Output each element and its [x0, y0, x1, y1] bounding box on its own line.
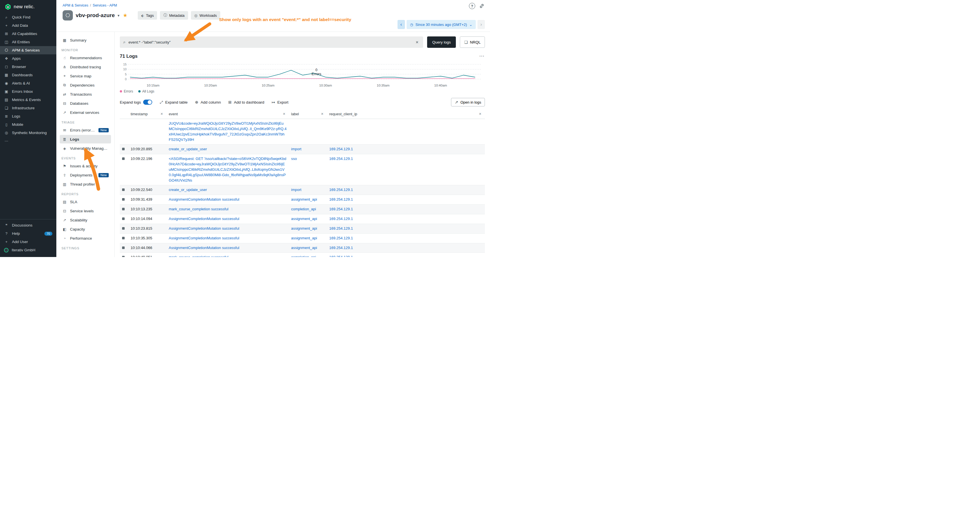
- row-select-icon[interactable]: [122, 208, 125, 210]
- event-link[interactable]: mark_course_completion successful: [169, 207, 229, 211]
- subnav-item-transactions[interactable]: ⇄Transactions: [60, 90, 111, 99]
- ip-link[interactable]: 169.254.129.1: [329, 255, 353, 257]
- time-back-icon[interactable]: ‹: [398, 20, 405, 29]
- row-select-icon[interactable]: [122, 158, 125, 160]
- event-link[interactable]: AssignmentCompletionMutation successful: [169, 246, 239, 250]
- ip-link[interactable]: 169.254.129.1: [329, 156, 353, 161]
- label-link[interactable]: completion_api: [291, 255, 316, 257]
- sidebar-item-mobile[interactable]: ▯Mobile: [0, 120, 56, 129]
- remove-column-icon[interactable]: ✕: [478, 111, 483, 116]
- sidebar-item-all-entities[interactable]: ◫All Entities: [0, 38, 56, 46]
- table-row[interactable]: 10:09:31.439AssignmentCompletionMutation…: [120, 195, 485, 205]
- sidebar-item-dashboards[interactable]: ▦Dashboards: [0, 71, 56, 79]
- subnav-item-service-map[interactable]: ⌖Service map: [60, 72, 111, 80]
- subnav-item-summary[interactable]: ▦Summary: [60, 36, 111, 45]
- table-row[interactable]: 10:10:44.066AssignmentCompletionMutation…: [120, 243, 485, 253]
- logs-chart[interactable]: 05101510:15am10:20am10:25am10:30am10:35a…: [120, 62, 485, 88]
- sidebar-item-alerts-ai[interactable]: ◉Alerts & AI: [0, 79, 56, 88]
- label-link[interactable]: import: [291, 188, 301, 192]
- nrql-button[interactable]: ❏ NRQL: [460, 37, 485, 48]
- event-link[interactable]: AssignmentCompletionMutation successful: [169, 226, 239, 231]
- pill-metadata[interactable]: ⓘMetadata: [160, 11, 188, 20]
- subnav-item-databases[interactable]: ⊟Databases: [60, 99, 111, 108]
- remove-column-icon[interactable]: ✕: [159, 111, 164, 116]
- row-select-icon[interactable]: [122, 247, 125, 249]
- help-icon[interactable]: ?: [469, 3, 475, 9]
- sidebar-item-add-user[interactable]: +Add User: [0, 238, 56, 246]
- row-select-icon[interactable]: [122, 198, 125, 201]
- subnav-item-capacity[interactable]: ◧Capacity: [60, 225, 111, 233]
- export-button[interactable]: ↦ Export: [272, 100, 288, 105]
- subnav-item-scalability[interactable]: ↗Scalability: [60, 216, 111, 224]
- label-link[interactable]: assignment_api: [291, 216, 317, 221]
- expand-logs-toggle[interactable]: Expand logs: [120, 100, 152, 105]
- sidebar-item-iterativ-gmbh[interactable]: Iterativ GmbH: [0, 246, 56, 254]
- row-select-icon[interactable]: [122, 237, 125, 239]
- ip-link[interactable]: 169.254.129.1: [329, 226, 353, 231]
- sidebar-item-quick-find[interactable]: ⌕Quick Find: [0, 13, 56, 21]
- event-link[interactable]: AssignmentCompletionMutation successful: [169, 216, 239, 221]
- subnav-item-vulnerability-management[interactable]: ◈Vulnerability Management: [60, 144, 111, 153]
- entity-caret-down-icon[interactable]: ▾: [118, 13, 119, 18]
- row-select-icon[interactable]: [122, 188, 125, 191]
- subnav-item-dependencies[interactable]: ⧉Dependencies: [60, 81, 111, 89]
- search-query-text[interactable]: event:* -"label":"security": [128, 40, 412, 45]
- sidebar-item-discussions[interactable]: ❝Discussions: [0, 221, 56, 229]
- sidebar-item-metrics-events[interactable]: ▤Metrics & Events: [0, 95, 56, 104]
- legend-all-logs[interactable]: All Logs: [138, 89, 154, 93]
- label-link[interactable]: sso: [291, 156, 297, 161]
- sidebar-item-apm-services[interactable]: ⎔APM & Services: [0, 46, 56, 54]
- time-picker[interactable]: ◷ Since 30 minutes ago (GMT+2) ⌄: [407, 20, 476, 29]
- row-select-icon[interactable]: [122, 256, 125, 257]
- ip-link[interactable]: 169.254.129.1: [329, 246, 353, 250]
- sidebar-item-all-capabilities[interactable]: ⊞All Capabilities: [0, 30, 56, 38]
- expand-table-button[interactable]: ⤢ Expand table: [160, 100, 188, 105]
- label-link[interactable]: assignment_api: [291, 236, 317, 240]
- ip-link[interactable]: 169.254.129.1: [329, 188, 353, 192]
- event-link[interactable]: <ASGIRequest: GET '/sso/callback/?state=…: [169, 156, 286, 182]
- ip-link[interactable]: 169.254.129.1: [329, 147, 353, 151]
- logs-search-input[interactable]: ⌕ event:* -"label":"security" ✕: [120, 37, 423, 48]
- subnav-item-sla[interactable]: ▤SLA: [60, 197, 111, 206]
- label-link[interactable]: completion_api: [291, 207, 316, 211]
- sidebar-item-help[interactable]: ?Help70: [0, 229, 56, 238]
- subnav-item-thread-profiler[interactable]: ▥Thread profiler: [60, 180, 111, 188]
- sidebar-item-logs[interactable]: ≣Logs: [0, 112, 56, 120]
- query-logs-button[interactable]: Query logs: [427, 37, 456, 48]
- table-row[interactable]: JUQVU&code=eyJraWQiOiJjcGltY29yZV8wOTl1M…: [120, 119, 485, 145]
- sidebar-item-infrastructure[interactable]: ❏Infrastructure: [0, 104, 56, 112]
- sidebar-item-errors-inbox[interactable]: ▣Errors Inbox: [0, 88, 56, 95]
- table-row[interactable]: 10:10:13.235mark_course_completion succe…: [120, 205, 485, 214]
- pill-workloads[interactable]: ◎Workloads: [191, 11, 221, 20]
- subnav-item-recommendations[interactable]: ☝Recommendations: [60, 54, 111, 62]
- table-row[interactable]: 10:09:20.895create_or_update_userimport1…: [120, 145, 485, 154]
- legend-errors[interactable]: Errors: [120, 89, 133, 93]
- breadcrumb-apm-services[interactable]: APM & Services: [63, 3, 88, 7]
- event-link[interactable]: AssignmentCompletionMutation successful: [169, 236, 239, 240]
- subnav-item-service-levels[interactable]: ⊡Service levels: [60, 207, 111, 215]
- row-select-icon[interactable]: [122, 227, 125, 230]
- newrelic-logo[interactable]: new relic.: [0, 0, 56, 13]
- pill-tags[interactable]: ⬖Tags: [138, 11, 157, 20]
- event-link[interactable]: create_or_update_user: [169, 188, 207, 192]
- ip-link[interactable]: 169.254.129.1: [329, 197, 353, 202]
- sidebar-item-add-data[interactable]: +Add Data: [0, 21, 56, 30]
- table-row[interactable]: 10:09:22.196<ASGIRequest: GET '/sso/call…: [120, 154, 485, 185]
- label-link[interactable]: import: [291, 147, 301, 151]
- subnav-item-external-services[interactable]: ↗External services: [60, 108, 111, 117]
- link-icon[interactable]: [479, 3, 484, 8]
- label-link[interactable]: assignment_api: [291, 246, 317, 250]
- toggle-on-icon[interactable]: [143, 100, 152, 105]
- table-row[interactable]: 10:10:49.051mark_course_completion succe…: [120, 253, 485, 257]
- clear-search-icon[interactable]: ✕: [414, 39, 420, 46]
- event-link[interactable]: create_or_update_user: [169, 147, 207, 151]
- subnav-item-errors-errors-inb[interactable]: ✉Errors (errors inb...New: [60, 126, 111, 134]
- sidebar-item-browser[interactable]: ◻Browser: [0, 63, 56, 71]
- ip-link[interactable]: 169.254.129.1: [329, 207, 353, 211]
- subnav-item-distributed-tracing[interactable]: ⋔Distributed tracing: [60, 63, 111, 71]
- table-row[interactable]: 10:10:35.305AssignmentCompletionMutation…: [120, 233, 485, 243]
- open-in-logs-button[interactable]: ↗ Open in logs: [451, 98, 485, 107]
- event-link[interactable]: AssignmentCompletionMutation successful: [169, 197, 239, 202]
- row-select-icon[interactable]: [122, 148, 125, 150]
- ip-link[interactable]: 169.254.129.1: [329, 236, 353, 240]
